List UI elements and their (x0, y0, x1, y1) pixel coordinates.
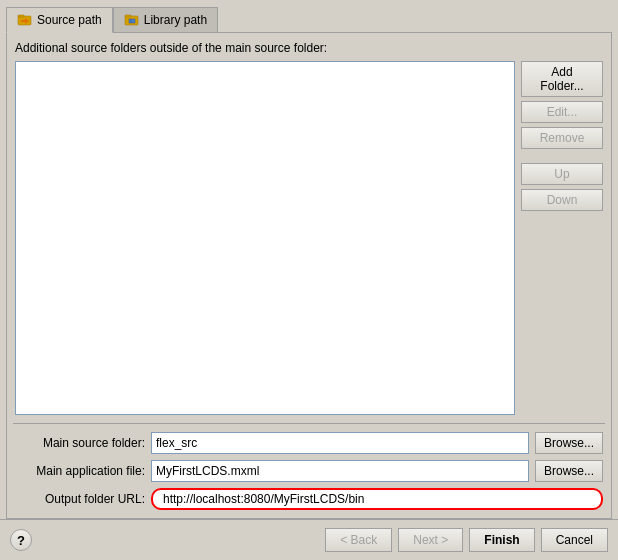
main-source-folder-label: Main source folder: (15, 436, 145, 450)
finish-button[interactable]: Finish (469, 528, 534, 552)
edit-button[interactable]: Edit... (521, 101, 603, 123)
up-button[interactable]: Up (521, 163, 603, 185)
svg-rect-4 (125, 15, 131, 17)
source-panel: Additional source folders outside of the… (7, 33, 611, 423)
svg-rect-5 (129, 19, 135, 23)
tab-source-path[interactable]: Source path (6, 7, 113, 33)
dialog: Source path Library path Additional sour… (0, 0, 618, 560)
form-fields: Main source folder: Browse... Main appli… (7, 424, 611, 518)
down-button[interactable]: Down (521, 189, 603, 211)
output-folder-url-label: Output folder URL: (15, 492, 145, 506)
output-folder-url-row: Output folder URL: (15, 488, 603, 510)
source-icon (17, 12, 33, 28)
svg-rect-1 (18, 15, 24, 17)
source-list-area: Add Folder... Edit... Remove Up Down (15, 61, 603, 415)
source-folders-list[interactable] (15, 61, 515, 415)
remove-button[interactable]: Remove (521, 127, 603, 149)
tab-bar: Source path Library path (0, 0, 618, 32)
panel-description: Additional source folders outside of the… (15, 41, 603, 55)
back-button[interactable]: < Back (325, 528, 392, 552)
next-button[interactable]: Next > (398, 528, 463, 552)
bottom-bar: ? < Back Next > Finish Cancel (0, 519, 618, 560)
main-application-file-row: Main application file: Browse... (15, 460, 603, 482)
content-area: Additional source folders outside of the… (6, 32, 612, 519)
list-action-buttons: Add Folder... Edit... Remove Up Down (521, 61, 603, 415)
output-folder-url-input[interactable] (151, 488, 603, 510)
main-source-folder-row: Main source folder: Browse... (15, 432, 603, 454)
tab-library-path-label: Library path (144, 13, 207, 27)
cancel-button[interactable]: Cancel (541, 528, 608, 552)
navigation-buttons: < Back Next > Finish Cancel (325, 528, 608, 552)
browse-source-button[interactable]: Browse... (535, 432, 603, 454)
main-source-folder-input[interactable] (151, 432, 529, 454)
main-application-file-label: Main application file: (15, 464, 145, 478)
tab-source-path-label: Source path (37, 13, 102, 27)
help-button[interactable]: ? (10, 529, 32, 551)
add-folder-button[interactable]: Add Folder... (521, 61, 603, 97)
library-icon (124, 12, 140, 28)
browse-app-button[interactable]: Browse... (535, 460, 603, 482)
tab-library-path[interactable]: Library path (113, 7, 218, 33)
help-section: ? (10, 529, 32, 551)
main-application-file-input[interactable] (151, 460, 529, 482)
